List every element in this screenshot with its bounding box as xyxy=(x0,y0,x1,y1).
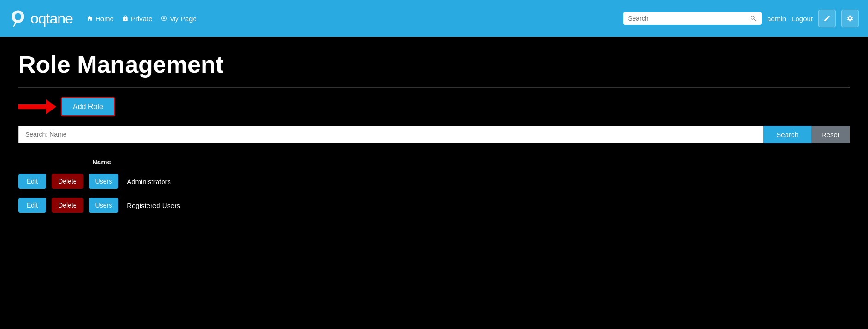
arrow-annotation xyxy=(18,99,56,114)
nav-mypage[interactable]: My Page xyxy=(161,15,197,23)
header-logout[interactable]: Logout xyxy=(792,15,813,23)
edit-page-button[interactable] xyxy=(818,10,836,27)
table-header: Name xyxy=(18,154,850,169)
page-title: Role Management xyxy=(18,51,850,78)
column-name-header: Name xyxy=(92,158,111,166)
main-nav: Home Private My Page xyxy=(87,15,614,23)
table-row: Edit Delete Users Registered Users xyxy=(18,193,850,217)
administrators-role-name: Administrators xyxy=(127,178,171,185)
divider xyxy=(18,87,850,88)
oqtane-logo-icon xyxy=(9,10,27,27)
gear-icon xyxy=(846,15,854,22)
home-icon xyxy=(87,15,93,22)
logo: oqtane xyxy=(9,10,73,27)
header-search-box[interactable] xyxy=(623,12,762,25)
users-registered-users-button[interactable]: Users xyxy=(89,198,119,213)
arrow-head xyxy=(46,99,56,114)
search-button[interactable]: Search xyxy=(763,126,811,143)
header-right: admin Logout xyxy=(623,10,859,27)
settings-button[interactable] xyxy=(841,10,859,27)
search-name-input[interactable] xyxy=(18,126,763,143)
logo-text: oqtane xyxy=(30,10,73,27)
edit-registered-users-button[interactable]: Edit xyxy=(18,198,46,213)
header-username: admin xyxy=(767,15,786,23)
delete-administrators-button[interactable]: Delete xyxy=(52,174,83,189)
table-row: Edit Delete Users Administrators xyxy=(18,169,850,193)
edit-administrators-button[interactable]: Edit xyxy=(18,174,46,189)
main-content: Role Management Add Role Search Reset Na… xyxy=(0,37,868,231)
lock-icon xyxy=(122,15,129,22)
add-role-button[interactable]: Add Role xyxy=(61,97,115,116)
arrow-body xyxy=(18,104,46,109)
roles-table: Name Edit Delete Users Administrators Ed… xyxy=(18,154,850,217)
users-administrators-button[interactable]: Users xyxy=(89,174,119,189)
target-icon xyxy=(161,15,167,22)
search-bar: Search Reset xyxy=(18,126,850,143)
delete-registered-users-button[interactable]: Delete xyxy=(52,198,83,213)
nav-private[interactable]: Private xyxy=(122,15,152,23)
header: oqtane Home Private My Page admin Logout xyxy=(0,0,868,37)
add-role-container: Add Role xyxy=(18,97,850,116)
header-search-input[interactable] xyxy=(628,15,750,22)
nav-home[interactable]: Home xyxy=(87,15,114,23)
reset-button[interactable]: Reset xyxy=(811,126,850,143)
search-icon xyxy=(750,15,757,22)
registered-users-role-name: Registered Users xyxy=(127,202,180,209)
pencil-icon xyxy=(823,15,831,22)
